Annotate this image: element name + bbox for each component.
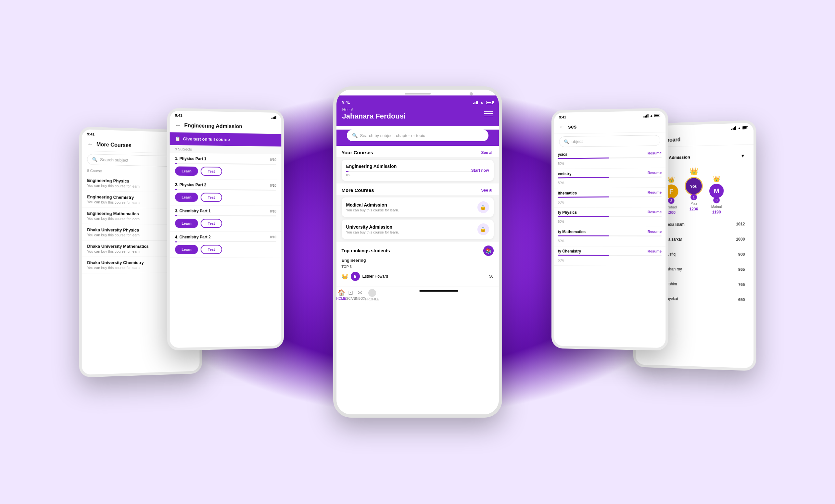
nav-home[interactable]: 🏠 HOME <box>337 289 346 301</box>
course-item-title: lthematics <box>558 191 576 196</box>
university-admission-card: University Admission You can buy this co… <box>342 220 494 239</box>
podium-3rd: 👑 M 3 Mainul 1190 <box>709 175 724 214</box>
resume-button[interactable]: Resume <box>647 210 661 215</box>
subject-progress-text: 0/10 <box>270 235 276 239</box>
center-greeting-block: Hello! Jahanara Ferdousi <box>342 107 406 120</box>
back-arrow-left2[interactable]: ← <box>175 122 181 128</box>
camera-dot <box>470 92 473 96</box>
right2-search-box[interactable]: 🔍 ubject <box>559 135 660 147</box>
right2-title: ses <box>568 124 576 129</box>
s1 <box>731 128 732 130</box>
see-all-courses[interactable]: See all <box>481 150 493 155</box>
s3r2 <box>646 115 647 118</box>
podium-score-1: 1236 <box>689 207 698 211</box>
see-all-more[interactable]: See all <box>481 188 493 193</box>
speaker-bar <box>405 93 431 95</box>
subject-buttons: Learn Test <box>175 193 276 202</box>
learn-button[interactable]: Learn <box>175 219 198 228</box>
center-search-container: 🔍 Search by subject, chapter or topic <box>337 129 499 146</box>
center-notch <box>337 89 499 96</box>
subject-name: 3. Chemistry Part 1 <box>175 208 210 213</box>
lb-score: 1012 <box>736 222 745 226</box>
learn-button[interactable]: Learn <box>175 245 198 254</box>
list-item: ty Mathematics Resume 50% <box>554 227 666 247</box>
lb-score: 650 <box>738 298 745 302</box>
center-header: 9:41 ▲ Hello! <box>337 96 499 126</box>
subject-item-header: 4. Chemistry Part 2 0/10 <box>175 235 276 239</box>
subject-item-header: 3. Chemistry Part 1 0/10 <box>175 208 276 213</box>
course-progress-fill <box>558 236 609 237</box>
course-progress-fill <box>558 255 609 256</box>
learn-button[interactable]: Learn <box>175 193 198 202</box>
subject-buttons: Learn Test <box>175 219 276 228</box>
start-now-button[interactable]: Start now <box>471 168 489 173</box>
course-progress-bar <box>558 196 661 198</box>
wifi-right2: ▲ <box>650 114 653 117</box>
enrollment-card: Engineering Admission 0% Start now <box>342 160 494 181</box>
ham-line-3 <box>484 116 493 117</box>
subject-progress-fill <box>175 189 177 190</box>
crown-emoji: 👑 <box>342 274 348 280</box>
status-icons-right1: ▲ <box>731 126 748 130</box>
subject-progress-bar <box>175 163 276 165</box>
battery-right2 <box>654 114 660 117</box>
resume-button[interactable]: Resume <box>647 170 661 175</box>
hamburger-menu[interactable] <box>484 109 493 119</box>
course-progress-fill <box>558 197 609 198</box>
more-courses-header: More Courses See all <box>337 183 499 195</box>
back-arrow-right2[interactable]: ← <box>559 123 565 130</box>
s2r2 <box>645 116 646 118</box>
back-arrow-left1[interactable]: ← <box>87 141 93 148</box>
resume-button[interactable]: Resume <box>647 249 661 254</box>
list-item: ty Physics Resume 50% <box>554 207 666 227</box>
test-button[interactable]: Test <box>200 193 222 202</box>
nav-profile[interactable]: PROFILE <box>365 289 379 301</box>
learn-button[interactable]: Learn <box>175 166 198 176</box>
list-item: ysics Resume 50% <box>554 148 666 169</box>
course-progress-bar <box>558 157 661 159</box>
test-button[interactable]: Test <box>200 167 222 176</box>
s4r2 <box>647 114 648 118</box>
ranking-row: 👑 E Esther Howard 50 <box>342 270 494 282</box>
progress-pct: 50% <box>558 162 564 166</box>
lb-name: Lita sarkar <box>664 237 733 242</box>
crown-3rd: 👑 <box>713 175 720 182</box>
sig2 <box>474 102 475 104</box>
subjects-header: ← Engineering Admission <box>169 119 281 134</box>
subject-item-header: 2. Physics Part 2 0/10 <box>175 182 276 188</box>
enrollment-progress-bar <box>346 171 471 172</box>
profile-avatar <box>368 289 376 297</box>
battery-tip <box>493 101 494 103</box>
center-search-box[interactable]: 🔍 Search by subject, chapter or topic <box>347 129 488 141</box>
give-test-label: Give test on full course <box>183 136 230 142</box>
course-row: lthematics Resume <box>558 190 661 196</box>
nav-inbox[interactable]: ✉ INBOX <box>355 289 365 301</box>
subject-name: 1. Physics Part 1 <box>175 156 206 161</box>
subject-item-header: 1. Physics Part 1 0/10 <box>175 156 276 162</box>
your-courses-header: Your Courses See all <box>337 146 499 157</box>
resume-button[interactable]: Resume <box>647 229 661 234</box>
center-status-bar: 9:41 ▲ <box>342 100 493 105</box>
resume-button[interactable]: Resume <box>647 190 661 195</box>
course-progress-fill <box>558 158 609 159</box>
lb-score: 1000 <box>736 237 745 242</box>
course-progress-bar <box>558 236 661 237</box>
avatar-1st: You <box>685 177 703 195</box>
lb-score: 865 <box>738 267 745 272</box>
test-button[interactable]: Test <box>200 219 222 228</box>
lock-icon-medical: 🔒 <box>477 201 489 213</box>
medical-admission-card: Medical Admission You can buy this cours… <box>342 198 494 217</box>
give-test-banner[interactable]: 📋 Give test on full course <box>169 132 281 146</box>
center-content: Your Courses See all Engineering Admissi… <box>337 146 499 286</box>
battery-fill-r2 <box>655 115 658 116</box>
subject-progress-fill <box>175 215 177 216</box>
resume-button[interactable]: Resume <box>647 151 661 156</box>
subjects-page-title: Engineering Admission <box>184 122 242 129</box>
course-item-title: ty Mathematics <box>558 229 586 234</box>
signal-bar-1 <box>271 118 272 119</box>
subject-progress-fill <box>175 241 177 242</box>
course-row: ty Physics Resume <box>558 210 661 215</box>
test-button[interactable]: Test <box>200 245 222 254</box>
nav-scan[interactable]: ⊡ SCAN <box>346 289 355 301</box>
list-item: 3. Chemistry Part 1 0/10 Learn Test <box>169 205 281 231</box>
